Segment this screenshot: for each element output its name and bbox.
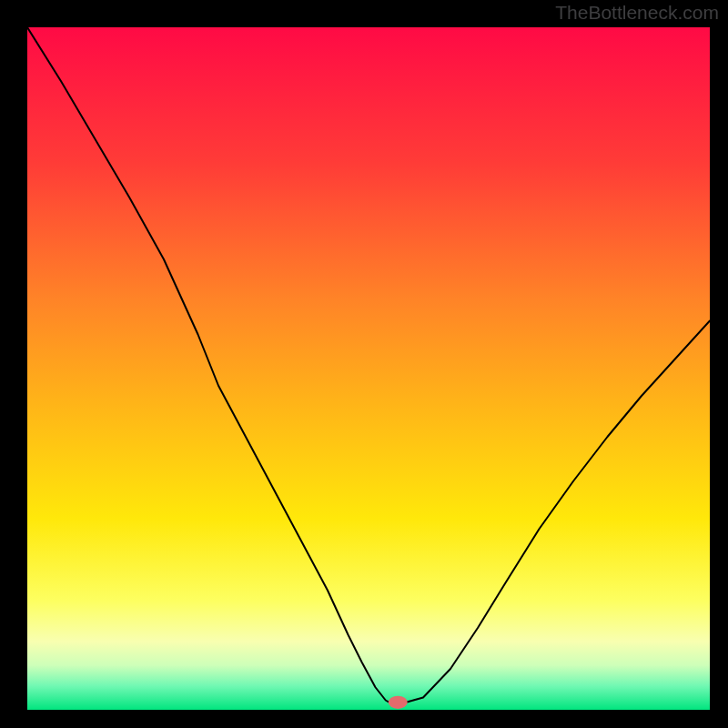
bottleneck-chart-canvas	[27, 27, 710, 710]
chart-frame: TheBottleneck.com	[0, 0, 728, 728]
plot-area	[27, 27, 710, 710]
watermark-label: TheBottleneck.com	[555, 2, 719, 24]
